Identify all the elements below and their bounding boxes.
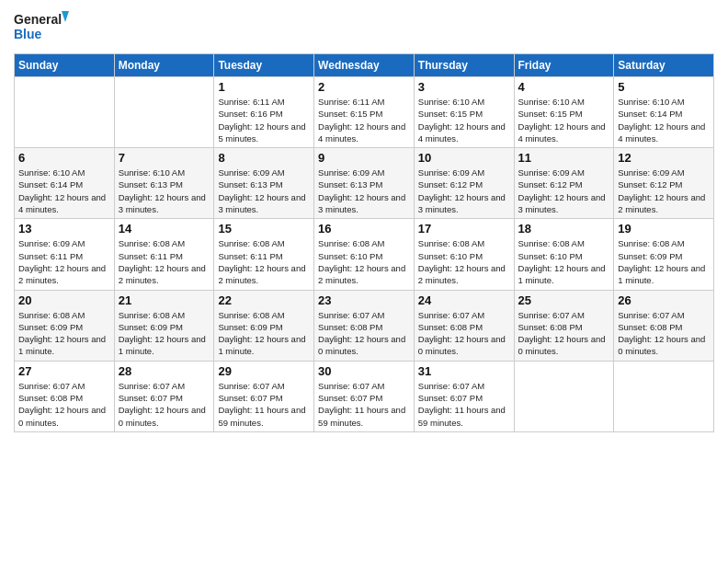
calendar-cell: 10Sunrise: 6:09 AM Sunset: 6:12 PM Dayli… xyxy=(414,148,514,219)
calendar-cell xyxy=(114,77,214,148)
day-number: 29 xyxy=(218,364,310,378)
weekday-tuesday: Tuesday xyxy=(214,54,314,77)
calendar-cell: 2Sunrise: 6:11 AM Sunset: 6:15 PM Daylig… xyxy=(314,77,415,148)
day-number: 5 xyxy=(618,80,710,94)
calendar-cell: 27Sunrise: 6:07 AM Sunset: 6:08 PM Dayli… xyxy=(15,361,115,431)
calendar-cell: 8Sunrise: 6:09 AM Sunset: 6:13 PM Daylig… xyxy=(214,148,314,219)
calendar-cell: 18Sunrise: 6:08 AM Sunset: 6:10 PM Dayli… xyxy=(514,219,614,290)
calendar-cell: 24Sunrise: 6:07 AM Sunset: 6:08 PM Dayli… xyxy=(414,290,514,361)
day-info: Sunrise: 6:09 AM Sunset: 6:11 PM Dayligh… xyxy=(18,237,110,286)
day-info: Sunrise: 6:07 AM Sunset: 6:08 PM Dayligh… xyxy=(418,309,510,358)
day-info: Sunrise: 6:08 AM Sunset: 6:11 PM Dayligh… xyxy=(218,237,310,286)
day-info: Sunrise: 6:07 AM Sunset: 6:07 PM Dayligh… xyxy=(119,380,210,429)
day-number: 4 xyxy=(518,80,610,94)
day-number: 30 xyxy=(318,364,410,378)
calendar-cell: 6Sunrise: 6:10 AM Sunset: 6:14 PM Daylig… xyxy=(15,148,115,219)
day-number: 15 xyxy=(218,222,310,236)
day-number: 23 xyxy=(318,293,410,307)
day-info: Sunrise: 6:07 AM Sunset: 6:08 PM Dayligh… xyxy=(518,309,610,358)
logo-svg: General Blue xyxy=(14,9,69,48)
day-info: Sunrise: 6:10 AM Sunset: 6:15 PM Dayligh… xyxy=(418,96,510,144)
calendar-cell: 30Sunrise: 6:07 AM Sunset: 6:07 PM Dayli… xyxy=(314,361,415,431)
calendar-cell: 20Sunrise: 6:08 AM Sunset: 6:09 PM Dayli… xyxy=(15,290,115,361)
day-number: 9 xyxy=(318,151,410,165)
week-row-2: 6Sunrise: 6:10 AM Sunset: 6:14 PM Daylig… xyxy=(15,148,714,219)
day-number: 3 xyxy=(418,80,510,94)
day-number: 18 xyxy=(518,222,610,236)
calendar-cell: 3Sunrise: 6:10 AM Sunset: 6:15 PM Daylig… xyxy=(414,77,514,148)
day-number: 27 xyxy=(18,364,110,378)
day-info: Sunrise: 6:07 AM Sunset: 6:08 PM Dayligh… xyxy=(618,309,710,358)
day-info: Sunrise: 6:10 AM Sunset: 6:14 PM Dayligh… xyxy=(618,96,710,144)
day-number: 12 xyxy=(618,151,710,165)
day-number: 31 xyxy=(418,364,510,378)
calendar-cell: 23Sunrise: 6:07 AM Sunset: 6:08 PM Dayli… xyxy=(314,290,415,361)
weekday-monday: Monday xyxy=(114,54,214,77)
calendar-cell: 25Sunrise: 6:07 AM Sunset: 6:08 PM Dayli… xyxy=(514,290,614,361)
day-info: Sunrise: 6:07 AM Sunset: 6:07 PM Dayligh… xyxy=(318,380,410,429)
week-row-1: 1Sunrise: 6:11 AM Sunset: 6:16 PM Daylig… xyxy=(15,77,714,148)
day-number: 7 xyxy=(119,151,210,165)
weekday-sunday: Sunday xyxy=(15,54,115,77)
calendar-header-row: SundayMondayTuesdayWednesdayThursdayFrid… xyxy=(15,54,714,77)
weekday-thursday: Thursday xyxy=(414,54,514,77)
calendar-cell: 31Sunrise: 6:07 AM Sunset: 6:07 PM Dayli… xyxy=(414,361,514,431)
calendar-cell: 17Sunrise: 6:08 AM Sunset: 6:10 PM Dayli… xyxy=(414,219,514,290)
day-number: 1 xyxy=(218,80,310,94)
svg-text:Blue: Blue xyxy=(14,27,42,41)
logo: General Blue xyxy=(14,9,69,48)
weekday-wednesday: Wednesday xyxy=(314,54,415,77)
day-number: 25 xyxy=(518,293,610,307)
calendar-table: SundayMondayTuesdayWednesdayThursdayFrid… xyxy=(14,53,714,432)
calendar-cell: 15Sunrise: 6:08 AM Sunset: 6:11 PM Dayli… xyxy=(214,219,314,290)
calendar-cell: 13Sunrise: 6:09 AM Sunset: 6:11 PM Dayli… xyxy=(15,219,115,290)
day-info: Sunrise: 6:07 AM Sunset: 6:08 PM Dayligh… xyxy=(318,309,410,358)
calendar-cell: 12Sunrise: 6:09 AM Sunset: 6:12 PM Dayli… xyxy=(614,148,714,219)
calendar-cell: 22Sunrise: 6:08 AM Sunset: 6:09 PM Dayli… xyxy=(214,290,314,361)
calendar-cell: 21Sunrise: 6:08 AM Sunset: 6:09 PM Dayli… xyxy=(114,290,214,361)
day-number: 22 xyxy=(218,293,310,307)
day-info: Sunrise: 6:07 AM Sunset: 6:07 PM Dayligh… xyxy=(218,380,310,429)
calendar-cell: 9Sunrise: 6:09 AM Sunset: 6:13 PM Daylig… xyxy=(314,148,415,219)
day-number: 26 xyxy=(618,293,710,307)
day-info: Sunrise: 6:07 AM Sunset: 6:07 PM Dayligh… xyxy=(418,380,510,429)
day-number: 16 xyxy=(318,222,410,236)
day-info: Sunrise: 6:08 AM Sunset: 6:11 PM Dayligh… xyxy=(119,237,210,286)
day-number: 6 xyxy=(18,151,110,165)
week-row-5: 27Sunrise: 6:07 AM Sunset: 6:08 PM Dayli… xyxy=(15,361,714,431)
day-number: 8 xyxy=(218,151,310,165)
day-info: Sunrise: 6:09 AM Sunset: 6:12 PM Dayligh… xyxy=(518,167,610,215)
weekday-friday: Friday xyxy=(514,54,614,77)
calendar-cell: 1Sunrise: 6:11 AM Sunset: 6:16 PM Daylig… xyxy=(214,77,314,148)
calendar-cell: 5Sunrise: 6:10 AM Sunset: 6:14 PM Daylig… xyxy=(614,77,714,148)
day-number: 19 xyxy=(618,222,710,236)
day-info: Sunrise: 6:09 AM Sunset: 6:13 PM Dayligh… xyxy=(318,167,410,215)
day-info: Sunrise: 6:10 AM Sunset: 6:15 PM Dayligh… xyxy=(518,96,610,144)
day-info: Sunrise: 6:08 AM Sunset: 6:09 PM Dayligh… xyxy=(18,309,110,358)
calendar-cell: 26Sunrise: 6:07 AM Sunset: 6:08 PM Dayli… xyxy=(614,290,714,361)
svg-marker-2 xyxy=(62,11,69,22)
day-info: Sunrise: 6:08 AM Sunset: 6:10 PM Dayligh… xyxy=(318,237,410,286)
day-info: Sunrise: 6:08 AM Sunset: 6:09 PM Dayligh… xyxy=(218,309,310,358)
day-number: 14 xyxy=(119,222,210,236)
day-number: 21 xyxy=(119,293,210,307)
day-info: Sunrise: 6:08 AM Sunset: 6:09 PM Dayligh… xyxy=(119,309,210,358)
day-number: 2 xyxy=(318,80,410,94)
day-info: Sunrise: 6:11 AM Sunset: 6:16 PM Dayligh… xyxy=(218,96,310,144)
day-number: 17 xyxy=(418,222,510,236)
day-info: Sunrise: 6:10 AM Sunset: 6:13 PM Dayligh… xyxy=(119,167,210,215)
calendar-cell: 16Sunrise: 6:08 AM Sunset: 6:10 PM Dayli… xyxy=(314,219,415,290)
header: General Blue xyxy=(14,9,714,48)
calendar-cell: 29Sunrise: 6:07 AM Sunset: 6:07 PM Dayli… xyxy=(214,361,314,431)
day-number: 13 xyxy=(18,222,110,236)
svg-text:General: General xyxy=(14,12,62,27)
day-info: Sunrise: 6:09 AM Sunset: 6:13 PM Dayligh… xyxy=(218,167,310,215)
day-info: Sunrise: 6:11 AM Sunset: 6:15 PM Dayligh… xyxy=(318,96,410,144)
calendar-cell xyxy=(15,77,115,148)
calendar-cell: 28Sunrise: 6:07 AM Sunset: 6:07 PM Dayli… xyxy=(114,361,214,431)
day-number: 20 xyxy=(18,293,110,307)
day-number: 10 xyxy=(418,151,510,165)
calendar-cell: 11Sunrise: 6:09 AM Sunset: 6:12 PM Dayli… xyxy=(514,148,614,219)
calendar-cell xyxy=(614,361,714,431)
calendar-cell: 7Sunrise: 6:10 AM Sunset: 6:13 PM Daylig… xyxy=(114,148,214,219)
